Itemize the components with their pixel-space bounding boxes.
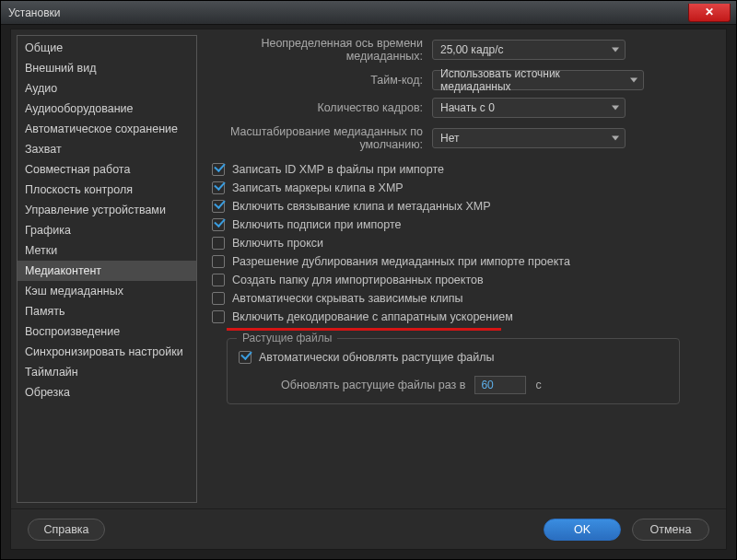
check-label: Включить связывание клипа и метаданных X… [232, 200, 491, 213]
sidebar-item-autosave[interactable]: Автоматическое сохранение [18, 119, 196, 139]
checkbox-icon [212, 274, 225, 286]
fieldset-legend: Растущие файлы [237, 332, 337, 344]
sidebar-item-trim[interactable]: Обрезка [18, 382, 196, 402]
check-auto-hide-clips[interactable]: Автоматически скрывать зависимые клипы [206, 289, 709, 308]
check-label: Разрешение дублирования медиаданных при … [232, 255, 570, 268]
check-label: Записать маркеры клипа в XMP [232, 181, 404, 194]
help-button[interactable]: Справка [28, 519, 105, 541]
sidebar-item-label: Захват [25, 143, 62, 156]
check-write-clip-markers[interactable]: Записать маркеры клипа в XMP [206, 179, 709, 197]
row-timecode: Тайм-код: Использовать источник медиадан… [206, 70, 709, 90]
sidebar-item-label: Обрезка [25, 386, 70, 399]
cancel-button[interactable]: Отмена [632, 519, 709, 541]
sidebar-item-label: Плоскость контроля [25, 183, 133, 196]
refresh-interval-input[interactable]: 60 [474, 376, 526, 394]
sidebar-item-media[interactable]: Медиаконтент [18, 261, 196, 281]
sidebar-item-label: Медиаконтент [25, 264, 101, 277]
row-framecount: Количество кадров: Начать с 0 [206, 98, 709, 118]
defaultscale-select[interactable]: Нет [432, 128, 626, 148]
select-value: Нет [440, 132, 459, 145]
sidebar-item-audio[interactable]: Аудио [18, 78, 196, 99]
check-enable-proxies[interactable]: Включить прокси [206, 234, 709, 252]
dialog-footer: Справка OK Отмена [11, 508, 726, 549]
sidebar-item-memory[interactable]: Память [18, 301, 196, 321]
sidebar-item-media-cache[interactable]: Кэш медиаданных [18, 281, 196, 301]
sidebar-item-audio-hardware[interactable]: Аудиооборудование [18, 99, 196, 119]
check-label: Автоматически скрывать зависимые клипы [232, 292, 463, 305]
check-label: Записать ID XMP в файлы при импорте [232, 163, 444, 176]
sidebar-item-labels[interactable]: Метки [18, 240, 196, 261]
field-label: Тайм-код: [206, 74, 432, 87]
checkbox-icon [212, 292, 225, 305]
sidebar-item-sync-settings[interactable]: Синхронизировать настройки [18, 342, 196, 362]
titlebar: Установки ✕ [1, 1, 736, 25]
sidebar-item-label: Память [25, 305, 65, 318]
check-create-folder[interactable]: Создать папку для импортированных проект… [206, 271, 709, 289]
sidebar-item-label: Совместная работа [25, 163, 130, 176]
close-icon: ✕ [705, 6, 714, 18]
check-label: Включить прокси [232, 237, 323, 250]
check-label: Создать папку для импортированных проект… [232, 274, 484, 286]
field-label: Неопределенная ось времени медиаданных: [206, 37, 432, 63]
growing-refresh-row: Обновлять растущие файлы раз в 60 с [233, 376, 666, 394]
checkbox-icon [212, 237, 225, 250]
preferences-window: Установки ✕ Общие Внешний вид Аудио Ауди… [0, 0, 737, 560]
sidebar-item-label: Аудиооборудование [25, 102, 134, 115]
check-label: Включить подписи при импорте [232, 218, 401, 231]
framecount-select[interactable]: Начать с 0 [432, 98, 626, 118]
growing-files-group: Растущие файлы Автоматически обновлять р… [227, 338, 680, 404]
ok-button[interactable]: OK [544, 519, 621, 541]
button-label: Отмена [650, 523, 692, 536]
sidebar-item-label: Автоматическое сохранение [25, 122, 178, 135]
check-captions-on-import[interactable]: Включить подписи при импорте [206, 216, 709, 234]
sidebar-item-label: Графика [25, 224, 71, 237]
input-value: 60 [481, 379, 493, 391]
sidebar-item-timeline[interactable]: Таймлайн [18, 362, 196, 382]
refresh-label: Обновлять растущие файлы раз в [281, 379, 465, 391]
row-timebase: Неопределенная ось времени медиаданных: … [206, 37, 709, 63]
checkbox-icon [239, 351, 252, 364]
checkbox-group: Записать ID XMP в файлы при импорте Запи… [206, 160, 709, 326]
sidebar-item-playback[interactable]: Воспроизведение [18, 321, 196, 342]
window-title: Установки [8, 6, 60, 19]
timebase-select[interactable]: 25,00 кадр/с [432, 40, 626, 60]
chevron-down-icon [630, 78, 638, 83]
check-write-xmp-id[interactable]: Записать ID XMP в файлы при импорте [206, 160, 709, 179]
field-label: Количество кадров: [206, 101, 432, 114]
close-button[interactable]: ✕ [688, 4, 731, 22]
check-allow-dup-media[interactable]: Разрешение дублирования медиаданных при … [206, 252, 709, 271]
chevron-down-icon [612, 48, 619, 52]
button-label: OK [574, 523, 591, 536]
sidebar-item-label: Аудио [25, 82, 57, 95]
sidebar-item-appearance[interactable]: Внешний вид [18, 58, 196, 78]
checkbox-icon [212, 200, 225, 213]
sidebar-item-control-surface[interactable]: Плоскость контроля [18, 180, 196, 200]
sidebar-item-device-control[interactable]: Управление устройствами [18, 200, 196, 220]
sidebar-item-label: Общие [25, 41, 63, 54]
check-label: Автоматически обновлять растущие файлы [259, 351, 494, 364]
highlight-underline [227, 328, 501, 331]
select-value: Использовать источник медиаданных [440, 67, 623, 93]
select-value: 25,00 кадр/с [440, 43, 504, 56]
check-link-clip-xmp[interactable]: Включить связывание клипа и метаданных X… [206, 197, 709, 216]
checkbox-icon [212, 218, 225, 231]
sidebar-item-label: Кэш медиаданных [25, 285, 123, 298]
select-value: Начать с 0 [440, 101, 495, 114]
timecode-select[interactable]: Использовать источник медиаданных [432, 70, 644, 90]
checkbox-icon [212, 163, 225, 176]
sidebar-item-label: Метки [25, 244, 57, 257]
sidebar-item-collaboration[interactable]: Совместная работа [18, 159, 196, 180]
sidebar-item-capture[interactable]: Захват [18, 139, 196, 159]
content-pane: Неопределенная ось времени медиаданных: … [197, 29, 726, 508]
check-label: Включить декодирование с аппаратным уско… [232, 310, 513, 323]
dialog-body: Общие Внешний вид Аудио Аудиооборудовани… [10, 29, 727, 550]
sidebar-item-label: Таймлайн [25, 366, 78, 379]
check-hw-decoding[interactable]: Включить декодирование с аппаратным уско… [206, 308, 709, 326]
checkbox-icon [212, 255, 225, 268]
check-auto-refresh-growing[interactable]: Автоматически обновлять растущие файлы [233, 348, 666, 367]
sidebar-item-graphics[interactable]: Графика [18, 220, 196, 240]
sidebar-item-general[interactable]: Общие [18, 38, 196, 58]
field-label: Масштабирование медиаданных по умолчанию… [206, 125, 432, 151]
unit-label: с [535, 379, 541, 391]
checkbox-icon [212, 310, 225, 323]
